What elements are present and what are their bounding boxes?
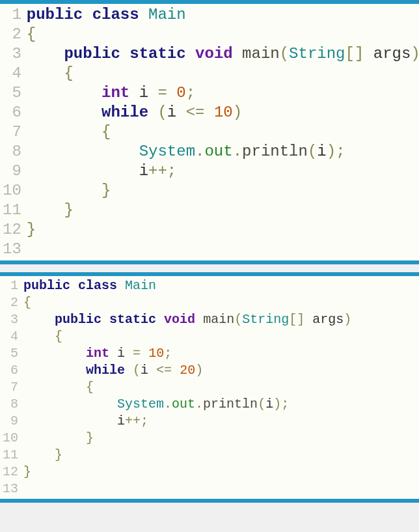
token-paren: ) bbox=[233, 104, 242, 121]
code-line bbox=[27, 240, 419, 259]
code-line: System.out.println(i); bbox=[23, 396, 351, 413]
line-number: 4 bbox=[3, 328, 18, 345]
code-line: { bbox=[27, 64, 419, 83]
line-number: 12 bbox=[3, 220, 21, 240]
line-number: 8 bbox=[3, 142, 21, 161]
token-kw: public bbox=[55, 312, 101, 327]
code-line: int i = 10; bbox=[23, 345, 351, 362]
token-punct: . bbox=[195, 143, 204, 160]
line-number: 6 bbox=[3, 103, 21, 122]
code-line bbox=[23, 481, 351, 497]
token-field: out bbox=[172, 397, 195, 412]
code-line: i++; bbox=[23, 413, 351, 430]
token-brace: { bbox=[55, 329, 62, 344]
token-plain: i bbox=[117, 346, 125, 361]
token-paren: ( bbox=[308, 143, 317, 160]
token-bracket: [] bbox=[289, 312, 304, 327]
token-kw: public bbox=[23, 278, 70, 293]
line-number: 2 bbox=[3, 294, 18, 311]
line-number: 12 bbox=[3, 464, 18, 481]
token-plain: i bbox=[265, 397, 273, 412]
token-cls: System bbox=[117, 397, 164, 412]
token-brace: { bbox=[23, 295, 31, 310]
line-numbers-gutter: 12345678910111213 bbox=[0, 276, 23, 499]
token-op: = bbox=[157, 84, 167, 102]
line-number: 1 bbox=[3, 277, 18, 294]
line-number: 6 bbox=[3, 362, 18, 379]
line-number: 3 bbox=[3, 311, 18, 328]
line-number: 9 bbox=[3, 413, 18, 430]
code-line: { bbox=[27, 122, 419, 142]
code-line: int i = 0; bbox=[27, 83, 419, 103]
token-paren: ) bbox=[344, 312, 351, 327]
line-number: 4 bbox=[3, 64, 21, 83]
code-lines: public class Main{ public static void ma… bbox=[27, 4, 419, 260]
token-field: out bbox=[204, 143, 232, 160]
code-content: 12345678910111213public class Main{ publ… bbox=[0, 4, 419, 260]
token-plain: i bbox=[139, 84, 148, 102]
code-line: } bbox=[23, 464, 351, 481]
token-num: 0 bbox=[176, 84, 185, 102]
line-number: 11 bbox=[3, 201, 21, 220]
code-line: public static void main(String[] args) bbox=[27, 44, 419, 64]
code-line: } bbox=[27, 220, 419, 240]
token-cls: String bbox=[289, 45, 345, 63]
token-num: 10 bbox=[148, 346, 164, 361]
token-method: println bbox=[242, 143, 308, 160]
code-line: System.out.println(i); bbox=[27, 142, 419, 161]
token-paren: ( bbox=[133, 363, 141, 378]
token-paren: ( bbox=[258, 397, 265, 412]
line-number: 8 bbox=[3, 396, 18, 413]
line-number: 9 bbox=[3, 161, 21, 181]
line-number: 13 bbox=[3, 481, 18, 497]
line-number: 11 bbox=[3, 447, 18, 464]
token-semi: ; bbox=[336, 143, 345, 160]
token-semi: ; bbox=[141, 413, 148, 428]
token-brace: } bbox=[23, 464, 31, 479]
token-punct: . bbox=[164, 397, 172, 412]
token-type: void bbox=[195, 45, 233, 63]
code-container: 12345678910111213public class Main{ publ… bbox=[0, 0, 419, 503]
code-block: 12345678910111213public class Main{ publ… bbox=[0, 0, 419, 264]
token-semi: ; bbox=[164, 346, 172, 361]
line-number: 5 bbox=[3, 345, 18, 362]
token-brace: } bbox=[86, 430, 94, 445]
token-plain: i bbox=[117, 413, 125, 428]
line-number: 2 bbox=[3, 25, 21, 44]
token-brace: } bbox=[55, 447, 62, 462]
token-plain: i bbox=[141, 363, 148, 378]
token-cls: System bbox=[139, 143, 195, 160]
token-type: int bbox=[86, 346, 109, 361]
token-brace: } bbox=[64, 201, 73, 219]
token-num: 10 bbox=[214, 104, 233, 121]
code-block: 12345678910111213public class Main{ publ… bbox=[0, 272, 419, 503]
line-number: 1 bbox=[3, 5, 21, 25]
token-paren: ( bbox=[157, 104, 167, 121]
token-method: main bbox=[242, 45, 280, 63]
token-kw: while bbox=[86, 363, 125, 378]
token-brace: { bbox=[86, 380, 94, 395]
token-brace: { bbox=[64, 64, 73, 82]
token-brace: } bbox=[27, 221, 36, 238]
code-line: while (i <= 20) bbox=[23, 362, 351, 379]
token-plain: i bbox=[317, 143, 326, 160]
code-line: } bbox=[23, 430, 351, 447]
line-number: 5 bbox=[3, 83, 21, 103]
line-number: 10 bbox=[3, 430, 18, 447]
token-paren: ) bbox=[327, 143, 336, 160]
code-line: } bbox=[27, 181, 419, 201]
token-paren: ) bbox=[273, 397, 281, 412]
code-line: { bbox=[23, 379, 351, 396]
token-paren: ) bbox=[195, 363, 203, 378]
token-plain: args bbox=[373, 45, 411, 63]
token-semi: ; bbox=[186, 84, 195, 102]
token-op: ++ bbox=[148, 162, 167, 180]
token-method: main bbox=[203, 312, 234, 327]
token-cls: String bbox=[242, 312, 289, 327]
token-type: void bbox=[164, 312, 195, 327]
token-brace: } bbox=[101, 182, 111, 199]
code-line: { bbox=[23, 294, 351, 311]
code-line: } bbox=[27, 201, 419, 220]
token-punct: . bbox=[195, 397, 203, 412]
token-semi: ; bbox=[281, 397, 289, 412]
